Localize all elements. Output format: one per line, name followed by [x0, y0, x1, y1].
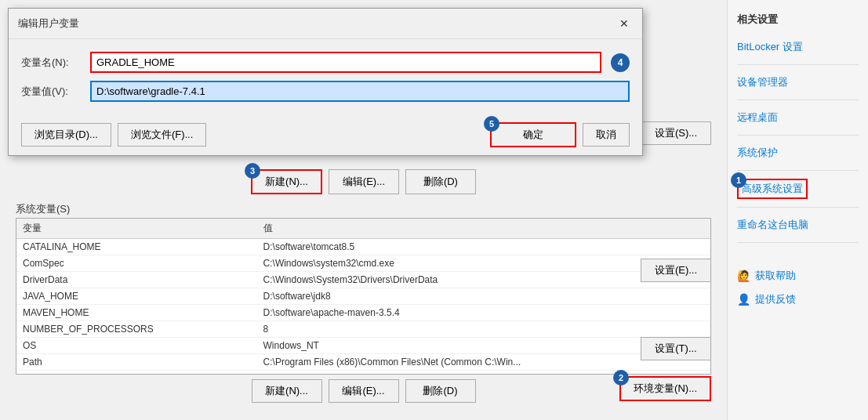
var-cell: CATALINA_HOME [16, 239, 257, 255]
var-name-label: 变量名(N): [21, 56, 84, 70]
table-row[interactable]: MAVEN_HOMED:\software\apache-maven-3.5.4 [16, 305, 710, 321]
settings-t-button[interactable]: 设置(T)... [641, 337, 711, 360]
table-row[interactable]: CATALINA_HOMED:\software\tomcat8.5 [16, 239, 710, 255]
sidebar-link-system-protection[interactable]: 系统保护 [737, 143, 859, 162]
table-row[interactable]: NUMBER_OF_PROCESSORS8 [16, 321, 710, 338]
sidebar-link-remote-desktop[interactable]: 远程桌面 [737, 108, 859, 127]
help-link[interactable]: 🙋 获取帮助 [737, 266, 859, 285]
var-cell: ComSpec [16, 255, 257, 272]
feedback-label: 提供反馈 [755, 292, 796, 306]
val-cell: D:\software\jdk8 [257, 288, 710, 305]
val-cell: D:\software\apache-maven-3.5.4 [257, 305, 710, 321]
var-cell: DriverData [16, 272, 257, 288]
var-value-input[interactable] [90, 81, 630, 102]
feedback-link[interactable]: 👤 提供反馈 [737, 290, 859, 309]
circle-2: 2 [613, 370, 629, 386]
sidebar-title: 相关设置 [737, 13, 859, 27]
sidebar-link-device-manager[interactable]: 设备管理器 [737, 73, 859, 92]
table-row[interactable]: JAVA_HOMED:\software\jdk8 [16, 288, 710, 305]
circle-5: 5 [484, 116, 499, 132]
sys-var-table: 变量 值 CATALINA_HOMED:\software\tomcat8.5C… [16, 218, 711, 375]
sidebar-link-advanced-settings[interactable]: 高级系统设置 [737, 179, 808, 199]
browse-dir-button[interactable]: 浏览目录(D)... [21, 123, 111, 147]
var-cell: MAVEN_HOME [16, 305, 257, 321]
edit-button[interactable]: 编辑(E)... [329, 169, 399, 194]
delete-button[interactable]: 删除(D) [405, 169, 476, 194]
table-row[interactable]: ComSpecC:\Windows\system32\cmd.exe [16, 255, 710, 272]
table-row[interactable]: DriverDataC:\Windows\System32\Drivers\Dr… [16, 272, 710, 288]
var-cell: NUMBER_OF_PROCESSORS [16, 321, 257, 338]
table-row[interactable]: OSWindows_NT [16, 338, 710, 354]
var-name-input[interactable] [90, 52, 601, 73]
edit-sys-button[interactable]: 编辑(E)... [329, 379, 399, 403]
col-var-header: 变量 [16, 219, 257, 239]
col-val-header: 值 [257, 219, 710, 239]
circle-3: 3 [245, 163, 260, 179]
table-row[interactable]: PathC:\Program Files (x86)\Common Files\… [16, 354, 710, 371]
env-var-button[interactable]: 环境变量(N)... [619, 376, 711, 401]
new-button[interactable]: 新建(N)... [251, 169, 322, 194]
sidebar-link-bitlocker[interactable]: BitLocker 设置 [737, 38, 859, 56]
sys-var-title: 系统变量(S) [0, 199, 727, 218]
var-value-label: 变量值(V): [21, 85, 84, 99]
ok-button[interactable]: 确定 [490, 122, 576, 147]
cancel-button[interactable]: 取消 [583, 123, 630, 147]
settings-s-button[interactable]: 设置(S)... [641, 121, 711, 145]
val-cell: D:\software\tomcat8.5 [257, 239, 710, 255]
settings-e-button[interactable]: 设置(E)... [641, 259, 711, 282]
feedback-icon: 👤 [737, 293, 750, 306]
var-cell: OS [16, 338, 257, 354]
val-cell: 8 [257, 321, 710, 338]
browse-file-button[interactable]: 浏览文件(F)... [118, 123, 206, 147]
help-label: 获取帮助 [755, 269, 796, 283]
var-cell: JAVA_HOME [16, 288, 257, 305]
sidebar-link-rename-pc[interactable]: 重命名这台电脑 [737, 215, 859, 234]
dialog-close-button[interactable]: ✕ [616, 15, 633, 32]
delete-sys-button[interactable]: 删除(D) [405, 379, 476, 403]
var-cell: Path [16, 354, 257, 371]
help-icon: 🙋 [737, 270, 750, 282]
dialog-titlebar: 编辑用户变量 ✕ [9, 9, 642, 39]
edit-dialog: 编辑用户变量 ✕ 变量名(N): 4 变量值(V): 浏览目录(D)... 浏览… [8, 8, 643, 156]
circle-1: 1 [731, 172, 746, 188]
sidebar: 相关设置 BitLocker 设置 设备管理器 远程桌面 系统保护 1 高级系统… [727, 0, 868, 420]
dialog-title: 编辑用户变量 [18, 16, 79, 31]
new-sys-button[interactable]: 新建(N)... [252, 379, 322, 403]
circle-4: 4 [611, 53, 630, 72]
